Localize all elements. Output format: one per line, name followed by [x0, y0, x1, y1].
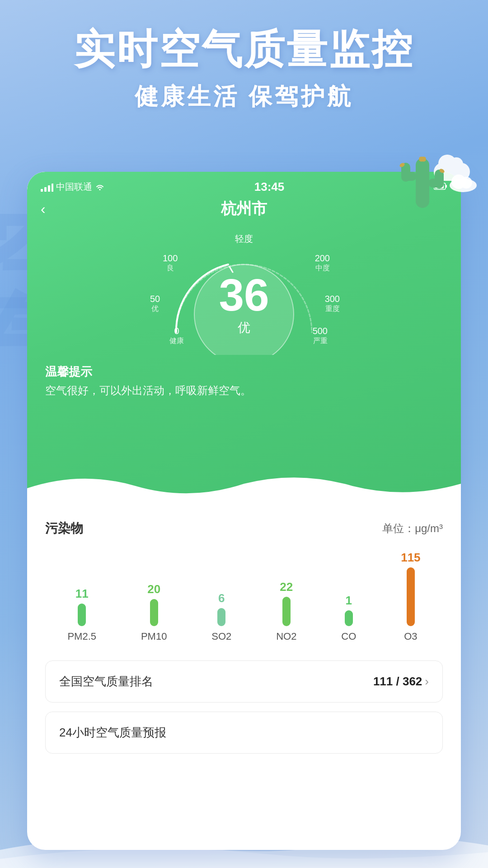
o3-value: 115 — [401, 551, 420, 565]
tip-section: 温馨提示 空气很好，可以外出活动，呼吸新鲜空气。 — [27, 355, 461, 398]
pollutant-co: 1 CO — [341, 594, 356, 642]
wifi-icon — [95, 183, 105, 191]
no2-label: NO2 — [276, 631, 296, 642]
pollutants-unit: 单位：μg/m³ — [382, 521, 443, 536]
wave-divider — [27, 470, 461, 506]
carrier-name: 中国联通 — [56, 181, 92, 193]
svg-point-11 — [460, 177, 472, 189]
tip-content: 空气很好，可以外出活动，呼吸新鲜空气。 — [45, 383, 443, 398]
pm25-label: PM2.5 — [67, 631, 96, 642]
back-button[interactable]: ‹ — [41, 201, 46, 217]
sub-title: 健康生活 保驾护航 — [0, 81, 488, 113]
header-section: 实时空气质量监控 健康生活 保驾护航 — [0, 27, 488, 113]
aqi-value: 36 — [219, 272, 269, 317]
pm25-value: 11 — [75, 587, 89, 601]
o3-bar — [407, 567, 415, 626]
phone-card: 中国联通 13:45 ‹ 杭州市 — [27, 172, 461, 850]
no2-value: 22 — [280, 580, 293, 594]
ranking-arrow: › — [425, 675, 429, 689]
gauge-wrapper: 轻度 100良 200中度 50优 300重度 0健康 500严重 — [145, 228, 343, 355]
aqi-quality: 优 — [219, 319, 269, 336]
small-cloud-icon — [447, 172, 479, 192]
pm10-bar — [150, 599, 158, 626]
tip-title: 温馨提示 — [45, 364, 443, 380]
pollutant-so2: 6 SO2 — [211, 591, 231, 642]
svg-rect-13 — [44, 187, 47, 192]
pm10-label: PM10 — [141, 631, 167, 642]
carrier-info: 中国联通 — [41, 181, 105, 193]
svg-rect-14 — [48, 185, 50, 192]
co-bar — [345, 610, 353, 626]
o3-label: O3 — [404, 631, 417, 642]
svg-point-16 — [99, 189, 101, 190]
svg-rect-15 — [52, 184, 53, 192]
cactus-decoration — [384, 136, 474, 235]
pollutant-pm25: 11 PM2.5 — [67, 587, 96, 642]
co-label: CO — [341, 631, 356, 642]
svg-rect-0 — [416, 158, 429, 208]
white-section: 污染物 单位：μg/m³ 11 PM2.5 20 PM10 6 SO2 — [27, 506, 461, 776]
gauge-center: 36 优 — [219, 272, 269, 336]
so2-label: SO2 — [211, 631, 231, 642]
pollutants-title: 污染物 — [45, 520, 83, 537]
pollutants-header: 污染物 单位：μg/m³ — [45, 520, 443, 537]
no2-bar — [282, 597, 291, 626]
pm25-bar — [78, 604, 86, 626]
pollutant-pm10: 20 PM10 — [141, 582, 167, 642]
main-title: 实时空气质量监控 — [0, 27, 488, 72]
forecast-card[interactable]: 24小时空气质量预报 — [45, 712, 443, 754]
gauge-container: 轻度 100良 200中度 50优 300重度 0健康 500严重 — [27, 224, 461, 355]
pollutants-grid: 11 PM2.5 20 PM10 6 SO2 22 NO2 — [45, 551, 443, 642]
co-value: 1 — [346, 594, 352, 608]
pollutant-no2: 22 NO2 — [276, 580, 296, 642]
ranking-label: 全国空气质量排名 — [59, 674, 153, 689]
cactus-icon — [393, 136, 452, 212]
pollutant-o3: 115 O3 — [401, 551, 420, 642]
city-name: 杭州市 — [221, 198, 267, 219]
svg-rect-12 — [41, 189, 43, 192]
forecast-label: 24小时空气质量预报 — [59, 725, 166, 741]
so2-value: 6 — [218, 591, 225, 605]
ranking-value: 111 / 362 — [373, 675, 422, 689]
status-time: 13:45 — [254, 180, 285, 194]
ranking-card[interactable]: 全国空气质量排名 111 / 362 › — [45, 660, 443, 703]
so2-bar — [217, 608, 225, 626]
signal-icon — [41, 183, 53, 192]
pm10-value: 20 — [147, 582, 160, 596]
